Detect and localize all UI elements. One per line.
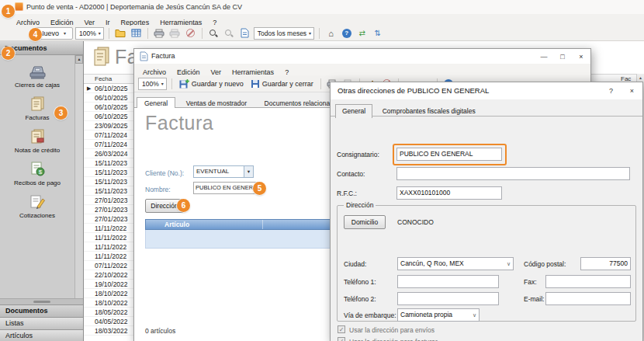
direcciones-dialog: Otras direcciones de PUBLICO EN GENERAL … (330, 82, 643, 341)
sidebar-item-notas-de-credito[interactable]: Notas de crédito (0, 128, 74, 154)
zoom-combo[interactable]: 100% ▾ (75, 27, 104, 40)
chevron-down-icon: ▾ (96, 30, 103, 36)
contacto-input[interactable] (396, 167, 630, 180)
quote-pencil-icon (27, 193, 47, 211)
factura-titlebar[interactable]: Factura — □ × (134, 49, 590, 64)
via-embarque-combo[interactable]: Camioneta propia ∨ (397, 308, 480, 322)
sidebar: Documentos Cierres de cajas Facturas Not… (0, 41, 84, 341)
home-button[interactable]: ⌂ (324, 27, 338, 40)
chevron-down-icon[interactable]: ∨ (507, 258, 511, 270)
sync-button[interactable]: ⇄ (355, 27, 369, 40)
search-button[interactable] (207, 27, 220, 40)
search-next-button[interactable] (223, 27, 236, 40)
tab-general[interactable]: General (335, 104, 372, 118)
swap-button[interactable]: ⇅ (371, 27, 384, 40)
column-header-fecha[interactable]: Fecha (95, 75, 112, 84)
period-combo[interactable]: Todos los meses ▾ (254, 27, 314, 40)
rfc-input[interactable]: XAXX010101000 (396, 186, 502, 200)
maximize-button[interactable]: □ (553, 49, 572, 64)
step-1-badge: 1 (2, 5, 15, 18)
help-button[interactable]: ? (340, 27, 353, 40)
open-button[interactable] (114, 27, 127, 40)
ciudad-value: Cancún, Q Roo, MEX (400, 259, 464, 267)
via-embarque-label: Vía de embarque: (344, 311, 396, 319)
sidebar-item-cotizaciones[interactable]: Cotizaciones (0, 193, 74, 219)
svg-text:$: $ (39, 169, 43, 176)
minimize-button[interactable]: — (535, 49, 553, 64)
chevron-down-icon: ▾ (61, 30, 68, 36)
item-count-status: 0 artículos (145, 327, 175, 335)
document-icon (241, 28, 249, 38)
sidebar-item-label: Notas de crédito (0, 147, 74, 154)
telefono2-input[interactable] (397, 292, 499, 305)
ciudad-label: Ciudad: (344, 260, 366, 268)
fax-input[interactable] (545, 275, 631, 288)
direcciones-titlebar[interactable]: Otras direcciones de PUBLICO EN GENERAL … (331, 82, 642, 99)
cliente-label: Cliente (No.): (145, 169, 184, 177)
print-preview-button[interactable] (168, 27, 182, 40)
direccion-groupbox: Dirección Domicilio CONOCIDO Ciudad: Can… (337, 205, 636, 322)
sidebar-items: Cierres de cajas Facturas Notas de crédi… (0, 55, 74, 298)
chevron-down-icon[interactable]: ∨ (473, 309, 476, 321)
usar-facturar-checkbox[interactable]: ✓ (338, 337, 345, 341)
save-and-new-button[interactable]: Guardar y nuevo (177, 79, 246, 89)
nombre-label: Nombre: (145, 186, 171, 193)
sidebar-item-cierres-de-cajas[interactable]: Cierres de cajas (0, 63, 74, 89)
save-new-label: Guardar y nuevo (192, 80, 244, 88)
step-2-badge: 2 (2, 47, 15, 60)
print-button[interactable] (153, 27, 166, 40)
sidebar-section-documentos[interactable]: Documentos (0, 304, 83, 317)
sidebar-section-articulos[interactable]: Artículos (0, 329, 83, 341)
sidebar-section-listas[interactable]: Listas (0, 317, 83, 329)
sidebar-item-recibos-de-pago[interactable]: $ Recibos de pago (0, 161, 74, 186)
zoom-value: 100% (142, 80, 159, 88)
cash-register-icon (27, 63, 47, 80)
printer-icon (169, 29, 180, 38)
chevron-down-icon: ▾ (159, 81, 166, 86)
search-icon (209, 29, 218, 38)
invoices-page-icon (90, 46, 112, 69)
document-view-button[interactable] (238, 27, 251, 40)
sidebar-scrollbar[interactable]: ▲ (74, 55, 83, 298)
zoom-combo[interactable]: 100% ▾ (138, 78, 167, 90)
sidebar-item-label: Recibos de pago (0, 179, 74, 186)
scroll-up-icon[interactable]: ▲ (639, 75, 642, 80)
help-button[interactable]: ? (601, 82, 621, 99)
usar-facturar-label: Usar la dirección para facturar (349, 338, 438, 341)
scroll-up-icon[interactable]: ▲ (75, 55, 83, 64)
grid-column-separator (262, 220, 263, 229)
chevron-down-icon[interactable]: ▼ (244, 166, 253, 177)
save-icon (251, 79, 260, 89)
direcciones-tabs: General Comprobantes fiscales digitales (331, 99, 642, 117)
close-button[interactable]: × (621, 82, 642, 99)
save-close-label: Guardar y cerrar (262, 80, 313, 88)
telefono1-input[interactable] (397, 275, 499, 288)
factura-heading: Factura (145, 112, 213, 134)
codigo-postal-input[interactable]: 77500 (580, 257, 631, 270)
step-highlight-box (393, 144, 507, 165)
dialog-title: Factura (151, 49, 175, 64)
usar-envios-checkbox[interactable]: ✓ (338, 325, 345, 333)
home-icon: ⌂ (328, 29, 334, 38)
step-5-badge: 5 (253, 182, 266, 195)
sidebar-item-label: Cierres de cajas (0, 82, 74, 89)
domicilio-button[interactable]: Domicilio (344, 215, 386, 229)
domicilio-value: CONOCIDO (397, 218, 434, 226)
sidebar-grip[interactable] (0, 298, 83, 304)
grid-view-button[interactable] (130, 27, 143, 40)
telefono2-label: Teléfono 2: (344, 295, 376, 303)
fax-label: Fax: (524, 278, 537, 286)
ciudad-combo[interactable]: Cancún, Q Roo, MEX ∨ (397, 257, 514, 270)
step-4-badge: 4 (29, 28, 42, 41)
document-icon (140, 51, 148, 61)
close-button[interactable]: × (572, 49, 590, 64)
email-input[interactable] (545, 292, 631, 305)
save-and-close-button[interactable]: Guardar y cerrar (248, 79, 316, 89)
cancel-button[interactable] (184, 27, 197, 40)
cliente-value: EVENTUAL (196, 168, 229, 175)
tab-comprobantes-fiscales[interactable]: Comprobantes fiscales digitales (376, 105, 482, 118)
grid-column-articulo[interactable]: Artículo (164, 221, 189, 228)
swap-icon: ⇅ (374, 29, 380, 37)
nombre-input[interactable]: PUBLICO EN GENERAL (193, 182, 260, 194)
cliente-combo[interactable]: EVENTUAL ▼ (193, 165, 254, 178)
